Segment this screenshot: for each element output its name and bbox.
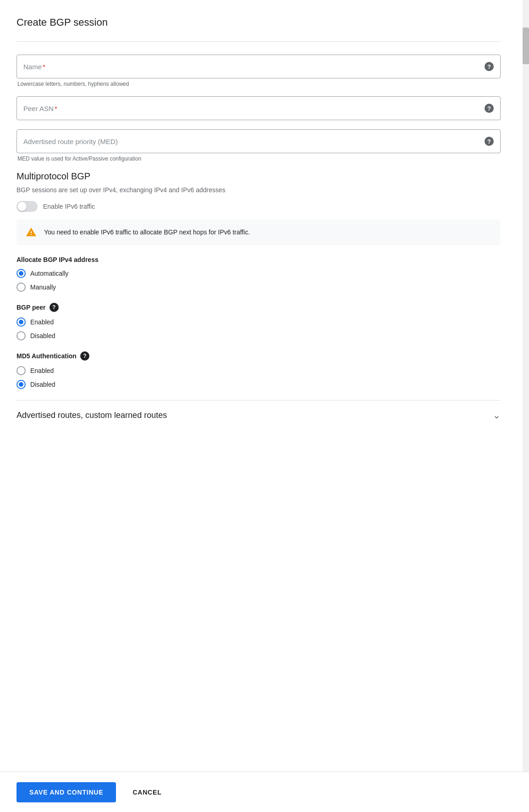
bgp-peer-disabled-label: Disabled [30,332,55,339]
page-title: Create BGP session [17,17,501,28]
warning-text: You need to enable IPv6 traffic to alloc… [44,228,250,236]
multiprotocol-bgp-desc: BGP sessions are set up over IPv4, excha… [17,186,501,194]
bgp-peer-section: BGP peer ? Enabled Disabled [17,303,501,340]
allocate-bgp-section: Allocate BGP IPv4 address Automatically … [17,256,501,292]
toggle-track[interactable] [17,201,38,212]
chevron-down-icon: ⌄ [493,410,501,421]
md5-auth-section: MD5 Authentication ? Enabled Disabled [17,351,501,389]
bgp-peer-disabled-option[interactable]: Disabled [17,331,501,340]
advertised-routes-section[interactable]: Advertised routes, custom learned routes… [17,400,501,430]
title-divider [17,41,501,42]
med-field: Advertised route priority (MED) ? MED va… [17,129,501,162]
toggle-thumb [17,202,27,211]
peer-asn-label: Peer ASN* [23,105,57,112]
md5-auth-disabled-label: Disabled [30,381,55,388]
allocate-automatically-radio-inner [19,271,23,276]
md5-auth-enabled-radio[interactable] [17,366,26,375]
warning-icon [26,227,37,238]
name-field: Name* ? Lowercase letters, numbers, hyph… [17,55,501,87]
allocate-manually-label: Manually [30,284,56,291]
med-hint: MED value is used for Active/Passive con… [17,156,501,162]
md5-auth-disabled-radio-inner [19,382,23,387]
med-input-display[interactable]: Advertised route priority (MED) ? [17,129,501,153]
md5-auth-help-icon[interactable]: ? [80,351,89,361]
bgp-peer-enabled-radio-inner [19,320,23,324]
md5-auth-title-row: MD5 Authentication ? [17,351,501,361]
bgp-peer-enabled-option[interactable]: Enabled [17,317,501,327]
md5-auth-disabled-radio[interactable] [17,380,26,389]
md5-auth-title: MD5 Authentication [17,352,77,360]
multiprotocol-bgp-section: Multiprotocol BGP BGP sessions are set u… [17,171,501,245]
allocate-bgp-radio-group: Automatically Manually [17,269,501,292]
bottom-bar: SAVE AND CONTINUE CANCEL [0,772,529,812]
peer-asn-help-icon[interactable]: ? [485,104,494,113]
md5-auth-disabled-option[interactable]: Disabled [17,380,501,389]
bgp-peer-title: BGP peer [17,304,46,311]
bgp-peer-enabled-label: Enabled [30,318,54,326]
name-help-icon[interactable]: ? [485,62,494,71]
peer-asn-field: Peer ASN* ? [17,96,501,120]
med-label: Advertised route priority (MED) [23,138,118,145]
allocate-automatically-radio[interactable] [17,269,26,278]
allocate-bgp-title: Allocate BGP IPv4 address [17,256,501,263]
cancel-button[interactable]: CANCEL [123,782,171,802]
advertised-routes-title: Advertised routes, custom learned routes [17,411,167,420]
allocate-manually-radio[interactable] [17,283,26,292]
name-input-display[interactable]: Name* ? [17,55,501,78]
name-hint: Lowercase letters, numbers, hyphens allo… [17,81,501,87]
allocate-automatically-label: Automatically [30,270,68,277]
bgp-peer-radio-group: Enabled Disabled [17,317,501,340]
peer-asn-input-display[interactable]: Peer ASN* ? [17,96,501,120]
md5-auth-enabled-option[interactable]: Enabled [17,366,501,375]
ipv6-toggle-label: Enable IPv6 traffic [43,203,95,210]
ipv6-toggle[interactable] [17,201,38,212]
md5-auth-radio-group: Enabled Disabled [17,366,501,389]
bgp-peer-enabled-radio[interactable] [17,317,26,327]
bgp-peer-title-row: BGP peer ? [17,303,501,312]
md5-auth-enabled-label: Enabled [30,367,54,374]
ipv6-toggle-row: Enable IPv6 traffic [17,201,501,212]
med-help-icon[interactable]: ? [485,137,494,146]
ipv6-warning-box: You need to enable IPv6 traffic to alloc… [17,219,501,245]
save-and-continue-button[interactable]: SAVE AND CONTINUE [17,782,116,802]
multiprotocol-bgp-title: Multiprotocol BGP [17,171,501,182]
bgp-peer-disabled-radio[interactable] [17,331,26,340]
allocate-automatically-option[interactable]: Automatically [17,269,501,278]
bgp-peer-help-icon[interactable]: ? [50,303,59,312]
allocate-manually-option[interactable]: Manually [17,283,501,292]
name-label: Name* [23,63,45,71]
